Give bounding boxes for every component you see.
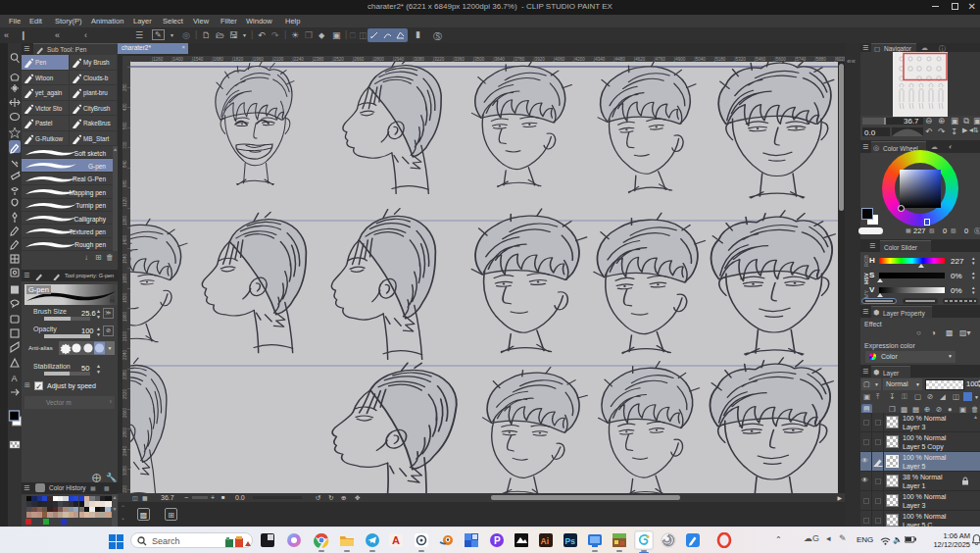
svg-text:Ai: Ai [541,536,550,546]
svg-text:Ps: Ps [565,536,576,546]
svg-text:P: P [494,535,501,546]
svg-text:A: A [392,534,400,546]
svg-text:A: A [12,374,18,383]
